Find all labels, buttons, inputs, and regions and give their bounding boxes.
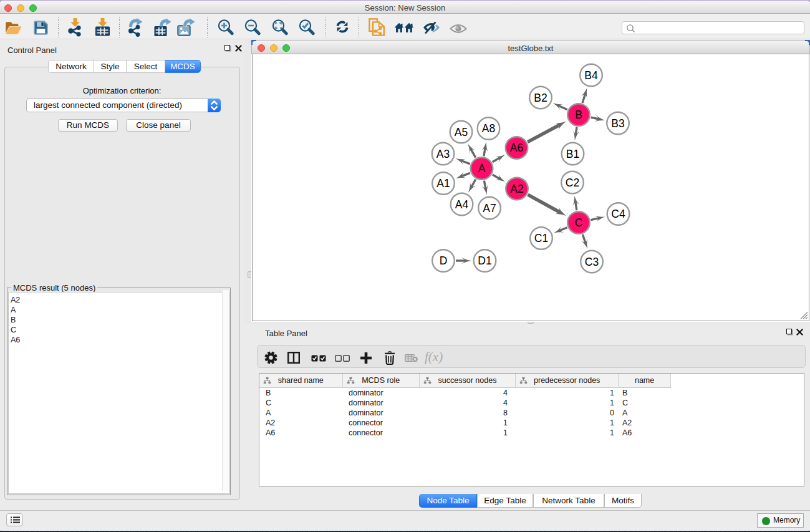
svg-text:C1: C1 — [534, 232, 548, 244]
svg-text:A6: A6 — [510, 142, 523, 154]
svg-text:A2: A2 — [510, 183, 523, 195]
svg-text:A8: A8 — [482, 122, 495, 135]
svg-text:A1: A1 — [436, 177, 450, 190]
svg-text:C4: C4 — [611, 208, 625, 220]
svg-text:A: A — [478, 162, 486, 175]
svg-text:A7: A7 — [483, 202, 496, 215]
svg-text:D1: D1 — [478, 254, 491, 267]
svg-text:D: D — [440, 254, 448, 267]
svg-text:B1: B1 — [566, 148, 579, 160]
svg-text:A5: A5 — [455, 126, 468, 138]
svg-text:C3: C3 — [585, 256, 599, 268]
svg-text:B2: B2 — [534, 92, 547, 104]
svg-text:B4: B4 — [584, 69, 598, 82]
svg-text:C: C — [575, 216, 583, 229]
svg-text:B: B — [575, 109, 582, 121]
svg-text:A4: A4 — [455, 198, 469, 211]
svg-text:C2: C2 — [566, 177, 579, 189]
svg-text:B3: B3 — [611, 117, 624, 130]
svg-text:A3: A3 — [436, 148, 450, 160]
